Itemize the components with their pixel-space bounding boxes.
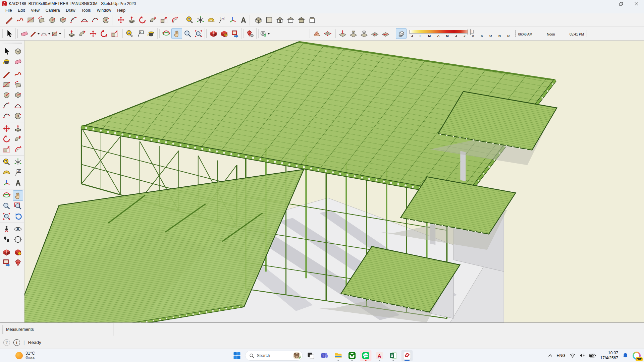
shadows-toggle-button[interactable] (396, 28, 407, 39)
measurements-panel[interactable]: Measurements (0, 323, 113, 336)
look-around-button[interactable] (13, 224, 23, 234)
line-button[interactable] (4, 15, 14, 25)
panel-grip[interactable] (2, 325, 3, 334)
rectangle-button[interactable] (25, 15, 36, 25)
view-left-button[interactable] (307, 15, 317, 25)
line-button[interactable] (1, 69, 12, 79)
line-app[interactable]: LINE (360, 350, 372, 361)
help-icon[interactable]: ? (3, 339, 10, 346)
account-button[interactable] (260, 28, 270, 39)
two-point-arc-button[interactable] (79, 15, 90, 25)
push-pull-button[interactable] (126, 15, 137, 25)
rectangle-button[interactable] (51, 28, 62, 39)
rotated-rectangle-button[interactable] (36, 15, 47, 25)
offset-button[interactable] (13, 144, 23, 155)
info-icon[interactable]: i (13, 339, 20, 346)
menu-draw[interactable]: Draw (63, 8, 78, 13)
select-button[interactable] (1, 46, 12, 56)
axes-button[interactable] (1, 178, 12, 188)
3d-text-button[interactable] (13, 178, 23, 188)
menu-tools[interactable]: Tools (79, 8, 94, 13)
pan-button[interactable] (13, 190, 23, 201)
zoom-extents-button[interactable] (193, 28, 204, 39)
make-component-button[interactable] (13, 46, 23, 56)
walk-button[interactable] (1, 234, 12, 245)
share-model-button[interactable] (13, 247, 23, 257)
3d-warehouse-button[interactable] (208, 28, 219, 39)
menu-window[interactable]: Window (94, 8, 114, 13)
position-camera-button[interactable] (1, 224, 12, 234)
menu-camera[interactable]: Camera (43, 8, 63, 13)
tape-measure-button[interactable] (184, 15, 195, 25)
freehand-button[interactable] (14, 15, 25, 25)
navigation-button[interactable] (13, 234, 23, 245)
scale-button[interactable] (158, 15, 169, 25)
xbox-app[interactable] (346, 350, 358, 361)
eraser-button[interactable] (19, 28, 30, 39)
month-slider-handle[interactable] (468, 29, 471, 35)
send-to-layout-button[interactable] (229, 28, 240, 39)
zoom-window-button[interactable] (13, 201, 23, 211)
move-button[interactable] (88, 28, 98, 39)
smoove-button[interactable] (337, 28, 348, 39)
model-viewport[interactable] (24, 41, 644, 322)
rotate-button[interactable] (137, 15, 148, 25)
task-view-button[interactable] (305, 350, 317, 361)
drape-button[interactable] (359, 28, 369, 39)
orbit-button[interactable] (1, 190, 12, 201)
view-right-button[interactable] (285, 15, 296, 25)
protractor-button[interactable] (206, 15, 216, 25)
eraser-button[interactable] (13, 56, 23, 67)
offset-button[interactable] (169, 15, 180, 25)
zoom-extents-button[interactable] (1, 211, 12, 222)
tape-measure-button[interactable] (1, 157, 12, 167)
rotate-button[interactable] (1, 134, 12, 144)
flip-edge-button[interactable] (380, 28, 391, 39)
polygon-button[interactable] (13, 90, 23, 100)
scale-button[interactable] (109, 28, 120, 39)
move-button[interactable] (115, 15, 126, 25)
polygon-button[interactable] (57, 15, 68, 25)
send-to-layout-button[interactable] (1, 257, 12, 268)
text-button[interactable] (135, 28, 146, 39)
copilot-icon[interactable]: PRE (633, 352, 641, 360)
autocad-app[interactable]: A (374, 350, 385, 361)
follow-me-button[interactable] (13, 134, 23, 144)
menu-help[interactable]: Help (114, 8, 128, 13)
line-button[interactable] (30, 28, 40, 39)
from-contours-button[interactable] (311, 28, 322, 39)
rectangle-button[interactable] (1, 79, 12, 90)
dropdown-caret-icon[interactable] (48, 33, 51, 35)
view-front-button[interactable] (274, 15, 285, 25)
pie-button[interactable] (13, 111, 23, 121)
move-button[interactable] (1, 123, 12, 134)
arc-button[interactable] (1, 100, 12, 111)
tape-measure-button[interactable] (124, 28, 135, 39)
start-button[interactable] (231, 350, 243, 361)
two-point-arc-button[interactable] (40, 28, 51, 39)
shadow-time-slider[interactable]: 06:46 AM Noon 05:41 PM (515, 30, 587, 37)
menu-file[interactable]: File (3, 8, 14, 13)
shadow-month-slider[interactable]: J F M A M J J A S O N D (409, 30, 513, 38)
excel-app[interactable] (388, 350, 399, 361)
three-point-arc-button[interactable] (90, 15, 100, 25)
select-button[interactable] (4, 28, 14, 39)
axes-button[interactable] (227, 15, 238, 25)
clock-widget[interactable]: 10:37 17/4/2567 (600, 351, 618, 360)
extension-warehouse-button[interactable] (13, 257, 23, 268)
circle-button[interactable] (1, 90, 12, 100)
teams-app[interactable]: T (319, 350, 330, 361)
three-point-arc-button[interactable] (1, 111, 12, 121)
view-iso-button[interactable] (253, 15, 264, 25)
share-model-button[interactable] (219, 28, 229, 39)
restore-button[interactable] (613, 0, 629, 7)
rotate-button[interactable] (98, 28, 109, 39)
dropdown-caret-icon[interactable] (267, 33, 270, 35)
push-pull-button[interactable] (13, 123, 23, 134)
dropdown-caret-icon[interactable] (59, 33, 61, 35)
circle-button[interactable] (47, 15, 57, 25)
paint-bucket-button[interactable] (146, 28, 156, 39)
from-scratch-button[interactable] (322, 28, 333, 39)
3d-warehouse-button[interactable] (1, 247, 12, 257)
file-explorer-app[interactable] (333, 350, 344, 361)
